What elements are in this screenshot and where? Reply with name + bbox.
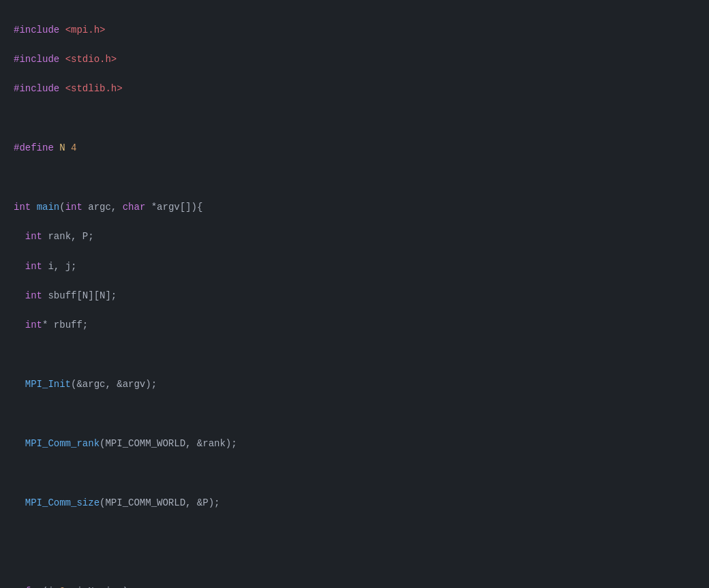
line-12 [14,348,695,363]
line-8: int rank, P; [14,230,695,245]
line-6 [14,171,695,186]
line-18 [14,525,695,540]
line-7: int main(int argc, char *argv[]){ [14,200,695,215]
line-11: int* rbuff; [14,318,695,333]
code-editor: #include <mpi.h> #include <stdio.h> #inc… [0,0,709,588]
line-4 [14,112,695,127]
line-1: #include <mpi.h> [14,23,695,38]
line-10: int sbuff[N][N]; [14,289,695,304]
line-2: #include <stdio.h> [14,52,695,67]
line-19 [14,555,695,570]
line-3: #include <stdlib.h> [14,82,695,97]
line-9: int i, j; [14,260,695,275]
line-20: for(i=0; i<N; i++) [14,585,695,588]
line-15: MPI_Comm_rank(MPI_COMM_WORLD, &rank); [14,437,695,452]
line-13: MPI_Init(&argc, &argv); [14,377,695,392]
line-5: #define N 4 [14,141,695,156]
line-16 [14,466,695,481]
line-14 [14,407,695,422]
line-17: MPI_Comm_size(MPI_COMM_WORLD, &P); [14,496,695,511]
